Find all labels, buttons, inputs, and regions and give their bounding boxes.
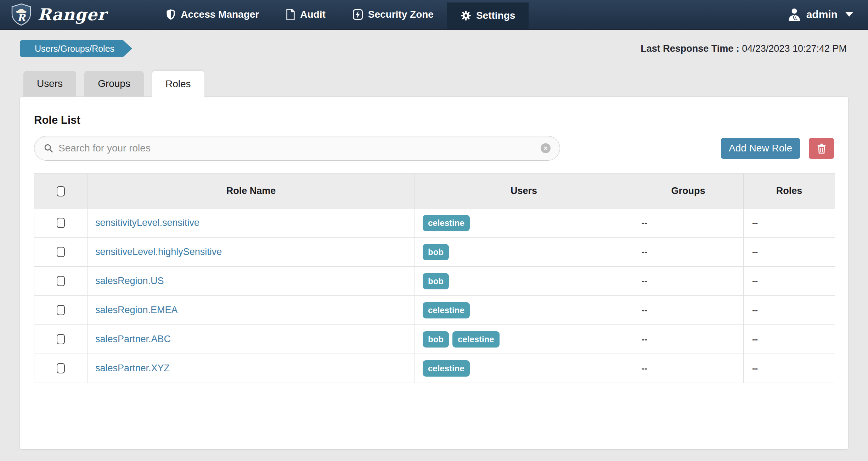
nav-security-zone[interactable]: Security Zone <box>339 0 447 29</box>
header-roles: Roles <box>744 174 835 209</box>
main-nav: Access Manager Audit Security Zone <box>152 0 529 29</box>
caret-down-icon <box>845 12 853 17</box>
roles-toolbar: × Add New Role <box>34 136 834 161</box>
user-icon <box>787 7 801 22</box>
tab-groups[interactable]: Groups <box>84 71 144 96</box>
tab-label: Users <box>37 78 63 89</box>
last-response-time: Last Response Time : 04/23/2023 10:27:42… <box>641 43 847 54</box>
username: admin <box>806 9 838 21</box>
role-users-cell: bob <box>415 267 633 296</box>
row-checkbox[interactable] <box>57 276 65 286</box>
user-badge: celestine <box>423 360 470 377</box>
role-name-link[interactable]: salesRegion.EMEA <box>95 305 178 315</box>
roles-panel: Role List × Add New Role <box>19 96 849 450</box>
role-groups-cell: -- <box>633 238 744 267</box>
breadcrumb-row: Users/Groups/Roles Last Response Time : … <box>0 30 868 57</box>
page-title: Role List <box>34 114 834 127</box>
role-groups-cell: -- <box>633 209 744 238</box>
role-groups-cell: -- <box>633 325 744 354</box>
row-checkbox-cell <box>34 296 88 325</box>
role-roles-cell: -- <box>744 267 835 296</box>
row-checkbox-cell <box>34 325 88 354</box>
user-menu[interactable]: admin <box>787 0 853 29</box>
row-checkbox-cell <box>34 267 88 296</box>
row-checkbox[interactable] <box>57 218 65 228</box>
clear-icon[interactable]: × <box>541 143 551 153</box>
row-checkbox[interactable] <box>57 247 65 257</box>
user-badge: bob <box>423 331 449 348</box>
ugr-tabs: Users Groups Roles <box>23 71 868 96</box>
tab-label: Groups <box>98 78 130 89</box>
role-table: Role Name Users Groups Roles sensitivity… <box>34 173 835 383</box>
role-groups-cell: -- <box>633 267 744 296</box>
user-badge: bob <box>423 244 449 260</box>
file-icon <box>286 9 295 20</box>
row-checkbox-cell <box>34 354 88 383</box>
row-checkbox-cell <box>34 238 88 267</box>
svg-text:R: R <box>17 12 26 24</box>
row-checkbox[interactable] <box>57 363 65 373</box>
search-icon <box>44 143 53 153</box>
role-roles-cell: -- <box>744 354 835 383</box>
delete-roles-button[interactable] <box>809 138 834 159</box>
select-all-checkbox[interactable] <box>57 186 65 196</box>
role-users-cell: bob <box>415 238 633 267</box>
user-badge: celestine <box>452 331 500 348</box>
nav-audit[interactable]: Audit <box>272 0 339 29</box>
role-groups-cell: -- <box>633 296 744 325</box>
role-name-cell: salesPartner.XYZ <box>88 354 415 383</box>
nav-label: Audit <box>300 9 326 20</box>
role-name-cell: sensitivityLevel.sensitive <box>88 209 415 238</box>
top-navbar: R Ranger Access Manager Audit <box>0 0 868 30</box>
row-checkbox[interactable] <box>57 334 65 344</box>
tab-roles[interactable]: Roles <box>152 71 204 97</box>
role-users-cell: celestine <box>415 354 633 383</box>
tab-users[interactable]: Users <box>23 71 76 96</box>
role-name-link[interactable]: sensitiveLevel.highlySensitive <box>95 246 222 257</box>
role-name-link[interactable]: salesPartner.ABC <box>95 334 171 344</box>
table-header-row: Role Name Users Groups Roles <box>34 174 835 209</box>
search-input[interactable] <box>58 143 541 154</box>
role-roles-cell: -- <box>744 296 835 325</box>
user-badge: bob <box>423 273 449 289</box>
search-box: × <box>34 136 560 161</box>
breadcrumb-label: Users/Groups/Roles <box>35 44 114 54</box>
row-checkbox[interactable] <box>57 305 65 315</box>
add-new-role-button[interactable]: Add New Role <box>721 138 800 159</box>
nav-label: Access Manager <box>181 9 259 20</box>
role-roles-cell: -- <box>744 325 835 354</box>
breadcrumb[interactable]: Users/Groups/Roles <box>20 40 123 57</box>
user-badge: celestine <box>423 302 470 318</box>
table-row: sensitivityLevel.sensitivecelestine---- <box>34 209 835 238</box>
role-name-link[interactable]: salesPartner.XYZ <box>95 363 170 373</box>
table-row: salesRegion.EMEAcelestine---- <box>34 296 835 325</box>
shield-icon <box>166 9 176 20</box>
nav-access-manager[interactable]: Access Manager <box>152 0 272 29</box>
row-checkbox-cell <box>34 209 88 238</box>
status-label: Last Response Time : <box>641 43 739 54</box>
bolt-icon <box>353 9 363 20</box>
role-name-link[interactable]: salesRegion.US <box>95 276 164 286</box>
trash-icon <box>817 143 827 154</box>
table-row: salesPartner.ABCbobcelestine---- <box>34 325 835 354</box>
nav-settings[interactable]: Settings <box>447 2 529 29</box>
status-value: 04/23/2023 10:27:42 PM <box>742 43 847 54</box>
nav-label: Settings <box>476 10 515 21</box>
role-groups-cell: -- <box>633 354 744 383</box>
tab-label: Roles <box>165 78 191 90</box>
role-roles-cell: -- <box>744 209 835 238</box>
role-name-link[interactable]: sensitivityLevel.sensitive <box>95 217 199 228</box>
role-table-body: sensitivityLevel.sensitivecelestine----s… <box>34 209 835 383</box>
user-badge: celestine <box>423 215 470 231</box>
role-name-cell: sensitiveLevel.highlySensitive <box>88 238 415 267</box>
brand-title: Ranger <box>38 5 106 24</box>
role-users-cell: celestine <box>415 296 633 325</box>
table-row: salesPartner.XYZcelestine---- <box>34 354 835 383</box>
role-name-cell: salesRegion.EMEA <box>88 296 415 325</box>
ranger-logo[interactable]: R Ranger <box>11 0 106 29</box>
header-users: Users <box>415 174 633 209</box>
header-groups: Groups <box>633 174 744 209</box>
role-users-cell: celestine <box>415 209 633 238</box>
header-checkbox-cell <box>34 174 88 209</box>
role-users-cell: bobcelestine <box>415 325 633 354</box>
